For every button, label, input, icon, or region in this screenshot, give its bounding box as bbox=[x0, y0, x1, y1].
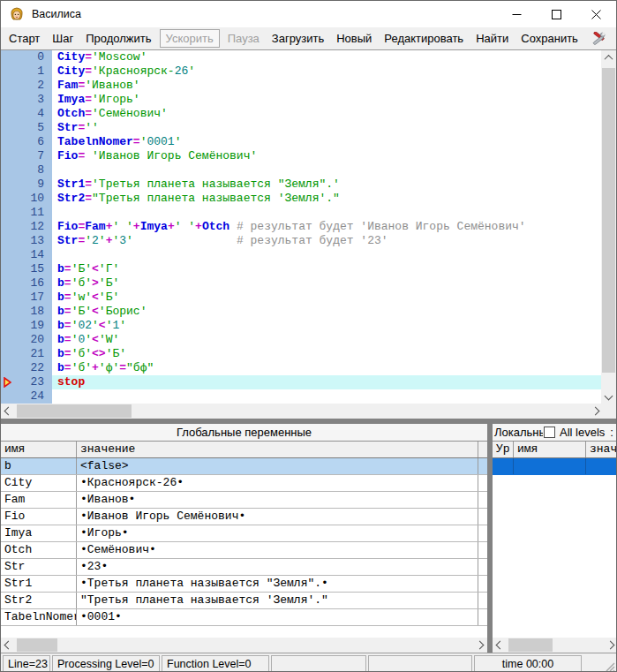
horizontal-scroll-thumb[interactable] bbox=[17, 638, 57, 652]
row-sliver bbox=[478, 509, 487, 525]
scroll-down-arrow-icon[interactable] bbox=[601, 389, 616, 404]
editor-vertical-scrollbar[interactable] bbox=[601, 50, 616, 404]
code-token: 'Третья планета называется "Земля".' bbox=[92, 177, 340, 191]
app-window: Василиса СтартШагПродолжитьУскоритьПауза… bbox=[0, 0, 617, 672]
table-row[interactable]: Fam•Иванов• bbox=[1, 492, 487, 509]
table-row[interactable]: Str1•Третья планета называется "Земля".• bbox=[1, 576, 487, 593]
editor-horizontal-scrollbar[interactable] bbox=[1, 404, 603, 419]
close-button[interactable] bbox=[576, 1, 616, 27]
variable-value: •Иванов• bbox=[77, 492, 478, 508]
code-line[interactable]: 15b='Б'<'Г' bbox=[1, 262, 603, 276]
code-line[interactable]: 7Fio= 'Иванов Игорь Семёнович' bbox=[1, 149, 603, 163]
column-header-value[interactable]: значение bbox=[77, 442, 478, 457]
column-header-name[interactable]: имя bbox=[514, 442, 586, 457]
all-levels-checkbox[interactable] bbox=[544, 427, 555, 438]
menu-item-start[interactable]: Старт bbox=[3, 29, 46, 48]
code-line[interactable]: 22b='б'+'ф'="бф" bbox=[1, 361, 603, 375]
code-line[interactable]: 13Str='2'+'3' # результат будет '23' bbox=[1, 234, 603, 248]
globals-header-row: имязначение bbox=[1, 442, 487, 458]
code-line[interactable]: 20b='0'<'W' bbox=[1, 333, 603, 347]
maximize-button[interactable] bbox=[537, 1, 576, 27]
scroll-left-arrow-icon[interactable] bbox=[493, 638, 508, 653]
code-line[interactable]: 24 bbox=[1, 389, 603, 404]
code-line[interactable]: 21b='б'<>'Б' bbox=[1, 347, 603, 361]
minimize-button[interactable] bbox=[497, 1, 537, 27]
scroll-left-arrow-icon[interactable] bbox=[1, 638, 16, 653]
code-line[interactable]: 10Str2="Третья планета называется 'Земля… bbox=[1, 192, 603, 206]
code-text: b='б'+'ф'="бф" bbox=[52, 361, 603, 375]
code-token: ' bbox=[126, 234, 133, 247]
code-line[interactable]: 3Imya='Игорь' bbox=[1, 93, 603, 107]
line-number: 16 bbox=[1, 276, 52, 291]
menu-item-continue[interactable]: Продолжить bbox=[79, 29, 157, 48]
code-line[interactable]: 18b='Б'<'Борис' bbox=[1, 305, 603, 319]
scroll-left-arrow-icon[interactable] bbox=[1, 404, 16, 419]
globals-horizontal-scrollbar[interactable] bbox=[1, 638, 487, 653]
menu-item-save[interactable]: Сохранить bbox=[515, 29, 584, 48]
menu-item-tools[interactable] bbox=[584, 32, 611, 45]
code-token: + bbox=[168, 220, 175, 233]
menu-item-new[interactable]: Новый bbox=[330, 29, 378, 48]
resize-grip-icon[interactable] bbox=[604, 661, 615, 672]
level-cell bbox=[493, 458, 514, 474]
table-row[interactable]: Str•23• bbox=[1, 559, 487, 576]
table-row[interactable]: TabelnNomer•0001• bbox=[1, 609, 487, 626]
column-header-value[interactable]: знач bbox=[586, 442, 617, 457]
code-line[interactable]: 8 bbox=[1, 163, 603, 177]
scroll-right-arrow-icon[interactable] bbox=[603, 638, 617, 653]
locals-horizontal-scrollbar[interactable] bbox=[493, 638, 617, 653]
code-token: Fio bbox=[57, 149, 78, 162]
table-row[interactable]: City•Красноярск-26• bbox=[1, 475, 487, 492]
code-token: 'Б' bbox=[106, 347, 126, 360]
code-text: Fam='Иванов' bbox=[52, 79, 603, 93]
code-line[interactable]: 4Otch='Семёнович' bbox=[1, 107, 603, 121]
code-token: < bbox=[92, 333, 99, 346]
code-line[interactable]: 11 bbox=[1, 206, 603, 220]
table-row[interactable]: Otch•Семёнович• bbox=[1, 542, 487, 559]
code-text: b='0'<'W' bbox=[52, 333, 603, 347]
code-token: 'Игорь' bbox=[92, 93, 140, 106]
vertical-scroll-thumb[interactable] bbox=[602, 68, 615, 373]
code-editor[interactable]: 0City='Moscow'1City='Красноярск-26'2Fam=… bbox=[1, 50, 603, 404]
table-row[interactable]: Str2"Третья планета называется 'Земля'." bbox=[1, 593, 487, 609]
line-number: 7 bbox=[1, 149, 52, 163]
code-line[interactable]: 17b='w'<'Б' bbox=[1, 291, 603, 305]
code-line[interactable]: 14 bbox=[1, 248, 603, 262]
variable-value: •0001• bbox=[77, 609, 478, 625]
scroll-up-arrow-icon[interactable] bbox=[601, 50, 616, 65]
code-token: < bbox=[92, 305, 99, 318]
menu-item-load[interactable]: Загрузить bbox=[266, 29, 330, 48]
table-row[interactable]: Fio•Иванов Игорь Семёнович• bbox=[1, 509, 487, 525]
code-text: b='Б'<'Борис' bbox=[52, 305, 603, 319]
column-header-name[interactable]: имя bbox=[1, 442, 77, 457]
name-cell bbox=[514, 458, 586, 474]
menu-item-step[interactable]: Шаг bbox=[46, 29, 79, 48]
code-line[interactable]: 0City='Moscow' bbox=[1, 50, 603, 64]
code-line[interactable]: 5Str='' bbox=[1, 121, 603, 135]
code-line[interactable]: 16b='б'>'Б' bbox=[1, 276, 603, 291]
table-row[interactable]: b<false> bbox=[1, 458, 487, 475]
column-header-level[interactable]: Ур bbox=[493, 442, 514, 457]
code-line[interactable]: 9Str1='Третья планета называется "Земля"… bbox=[1, 177, 603, 192]
app-icon bbox=[9, 6, 25, 22]
code-line[interactable]: 1City='Красноярск-26' bbox=[1, 64, 603, 79]
global-variables-title: Глобальные переменные bbox=[1, 424, 487, 442]
table-row[interactable]: Imya•Игорь• bbox=[1, 525, 487, 542]
scroll-right-arrow-icon[interactable] bbox=[472, 638, 487, 653]
locals-header-row: Уримязнач bbox=[493, 442, 617, 458]
code-text bbox=[52, 163, 603, 177]
horizontal-scroll-thumb[interactable] bbox=[17, 404, 132, 418]
menu-item-help[interactable]: Справка bbox=[611, 29, 617, 48]
code-line[interactable]: 2Fam='Иванов' bbox=[1, 79, 603, 93]
table-row[interactable] bbox=[493, 458, 617, 475]
code-token: b bbox=[57, 347, 64, 360]
horizontal-scroll-thumb[interactable] bbox=[508, 638, 553, 652]
code-line[interactable]: 6TabelnNomer='0001' bbox=[1, 135, 603, 149]
code-line[interactable]: 19b='02'<'1' bbox=[1, 319, 603, 333]
code-line[interactable]: 23 stop bbox=[1, 375, 603, 389]
menu-item-find[interactable]: Найти bbox=[470, 29, 515, 48]
menu-item-edit[interactable]: Редактировать bbox=[378, 29, 470, 48]
code-line[interactable]: 12Fio=Fam+' '+Imya+' '+Otch # результат … bbox=[1, 220, 603, 234]
title-bar[interactable]: Василиса bbox=[1, 1, 616, 27]
variable-name: b bbox=[1, 458, 77, 474]
